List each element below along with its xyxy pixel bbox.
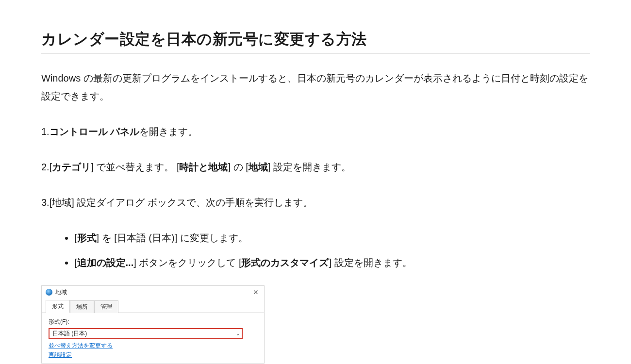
dialog-body: 形式(F): 日本語 (日本) ⌄ 並べ替え方法を変更する 言語設定 (42, 313, 264, 363)
step-text: を開きます。 (139, 126, 198, 137)
tab-format[interactable]: 形式 (46, 300, 70, 313)
tab-location[interactable]: 場所 (70, 300, 94, 313)
steps-list: 1.コントロール パネルを開きます。 2.[カテゴリ] で並べ替えます。 [時計… (41, 123, 590, 364)
bullet-text: ] 設定を開きます。 (329, 257, 412, 268)
bullet-text: ] を [日本語 (日本)] に変更します。 (97, 232, 248, 243)
globe-icon (46, 289, 52, 296)
link-language-settings[interactable]: 言語設定 (49, 351, 72, 359)
chevron-down-icon: ⌄ (236, 331, 240, 336)
step-text: ] の [ (228, 162, 248, 172)
dialog-tabs: 形式 場所 管理 (42, 299, 264, 313)
step-text: ] 設定を開きます。 (268, 162, 351, 172)
step-bold: カテゴリ (52, 162, 91, 172)
link-sort-method[interactable]: 並べ替え方法を変更する (49, 342, 113, 350)
bullet-bold: 形式 (77, 232, 97, 243)
bullet-bold: 追加の設定... (77, 257, 134, 268)
bullet-text: ] ボタンをクリックして [ (133, 257, 241, 268)
bullet-bold: 形式のカスタマイズ (241, 257, 329, 268)
step-2: 2.[カテゴリ] で並べ替えます。 [時計と地域] の [地域] 設定を開きます… (41, 158, 590, 176)
step-number: 3. (41, 197, 50, 208)
step-number: 1. (41, 126, 50, 137)
format-value: 日本語 (日本) (52, 330, 87, 338)
bullet-item: [追加の設定...] ボタンをクリックして [形式のカスタマイズ] 設定を開きま… (74, 254, 590, 272)
region-dialog: 地域 × 形式 場所 管理 形式(F): 日本語 (日本) ⌄ 並べ替え方法を変… (41, 285, 265, 364)
step-3: 3.[地域] 設定ダイアログ ボックスで、次の手順を実行します。 (41, 194, 590, 212)
step-bold: コントロール パネル (50, 126, 140, 137)
article-page: カレンダー設定を日本の新元号に変更する方法 Windows の最新の更新プログラ… (0, 0, 631, 364)
step-number: 2. (41, 162, 50, 172)
format-label: 形式(F): (49, 318, 257, 326)
sub-bullets: [形式] を [日本語 (日本)] に変更します。 [追加の設定...] ボタン… (41, 229, 590, 272)
step-1: 1.コントロール パネルを開きます。 (41, 123, 590, 141)
tab-admin[interactable]: 管理 (94, 300, 118, 313)
intro-paragraph: Windows の最新の更新プログラムをインストールすると、日本の新元号のカレン… (41, 69, 590, 105)
step-bold: 時計と地域 (179, 162, 228, 172)
close-icon[interactable]: × (250, 288, 261, 297)
dialog-links: 並べ替え方法を変更する 言語設定 (49, 342, 257, 359)
format-combobox[interactable]: 日本語 (日本) ⌄ (49, 328, 243, 339)
step-text: [地域] 設定ダイアログ ボックスで、次の手順を実行します。 (50, 197, 313, 208)
dialog-title: 地域 (55, 288, 67, 297)
step-bold: 地域 (249, 162, 268, 172)
dialog-titlebar: 地域 × (42, 286, 264, 299)
page-title: カレンダー設定を日本の新元号に変更する方法 (41, 29, 590, 54)
step-text: ] で並べ替えます。 [ (91, 162, 179, 172)
bullet-item: [形式] を [日本語 (日本)] に変更します。 (74, 229, 590, 247)
